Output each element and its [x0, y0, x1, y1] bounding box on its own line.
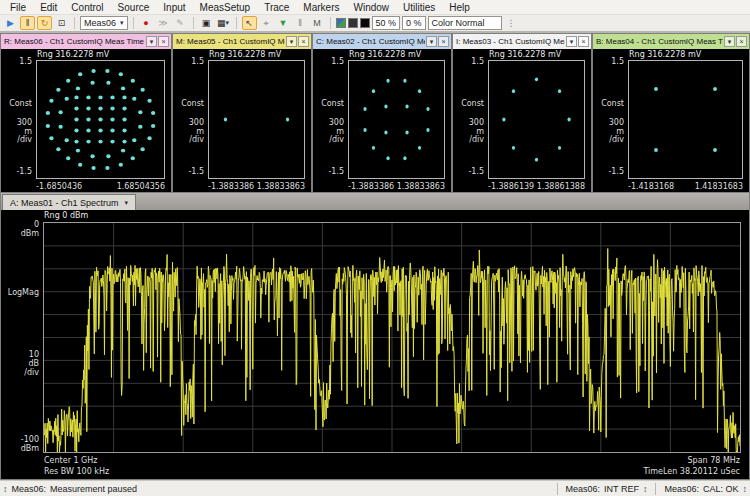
meas-window-meas06: R: Meas06 - Ch1 CustomIQ Meas Time ▾ × R…: [0, 33, 172, 193]
pointer-tool-icon[interactable]: ↖: [242, 16, 257, 30]
spectrum-plot[interactable]: [43, 222, 741, 453]
spectrum-tab-title: A: Meas01 - Ch1 Spectrum: [10, 198, 119, 208]
constellation-plot-area: Rng 316.2278 mV 1.5 Const 300 m /div -1.…: [453, 49, 591, 192]
y-axis-title: Const: [1, 99, 32, 108]
menu-edit[interactable]: Edit: [33, 0, 64, 15]
constellation-canvas[interactable]: [349, 61, 444, 178]
scale-per-div: /div: [173, 136, 204, 145]
menu-control[interactable]: Control: [64, 0, 110, 15]
toolbar-separator: [236, 17, 237, 29]
constellation-canvas[interactable]: [489, 61, 584, 178]
window-close-button[interactable]: ×: [298, 36, 309, 47]
measurement-select-value: Meas06: [84, 18, 116, 28]
menu-source[interactable]: Source: [111, 0, 157, 15]
y-min-value: -100: [1, 435, 39, 444]
scale-per-div: /div: [1, 136, 32, 145]
constellation-plot[interactable]: [628, 60, 743, 179]
window-menu-button[interactable]: ▾: [724, 36, 735, 47]
status-spinner-icon[interactable]: ↕: [643, 484, 648, 494]
play-icon[interactable]: ▶: [3, 16, 18, 30]
range-label: Rng 316.2278 mV: [37, 50, 109, 59]
y-axis-title: Const: [453, 99, 484, 108]
window-layout-icon[interactable]: ▦▾: [216, 16, 231, 30]
spectrum-tab[interactable]: A: Meas01 - Ch1 Spectrum ▾: [2, 194, 136, 210]
menu-window[interactable]: Window: [346, 0, 396, 15]
peak-search-icon[interactable]: ▼: [276, 16, 291, 30]
menu-file[interactable]: File: [3, 0, 33, 15]
status-meas-label: Meas06:: [12, 484, 47, 494]
constellation-canvas[interactable]: [37, 61, 164, 178]
window-close-button[interactable]: ×: [736, 36, 747, 47]
scale-per-div: /div: [313, 136, 344, 145]
constellation-plot[interactable]: [208, 60, 305, 179]
constellation-canvas[interactable]: [209, 61, 304, 178]
x-axis-min-label: -1.3883386: [208, 182, 254, 191]
single-acquisition-icon[interactable]: ⊡: [54, 16, 69, 30]
status-spinner-icon[interactable]: ↕: [743, 484, 748, 494]
menu-meassetup[interactable]: MeasSetup: [193, 0, 258, 15]
trace-style-swatch-1[interactable]: [336, 18, 346, 28]
window-titlebar[interactable]: M: Meas05 - Ch1 CustomIQ Meas Time ▾ ×: [173, 34, 311, 49]
window-titlebar[interactable]: C: Meas02 - Ch1 CustomIQ Meas Time ▾ ×: [313, 34, 451, 49]
x-axis-max-label: 1.38833863: [257, 182, 305, 191]
menu-utilities[interactable]: Utilities: [396, 0, 442, 15]
constellation-plot[interactable]: [36, 60, 165, 179]
status-spinner-icon[interactable]: ↕: [3, 484, 8, 494]
window-menu-button[interactable]: ▾: [286, 36, 297, 47]
menu-bar: File Edit Control Source Input MeasSetup…: [0, 0, 750, 15]
window-close-button[interactable]: ×: [578, 36, 589, 47]
measure-tool-icon[interactable]: ⌖: [259, 16, 274, 30]
color-mode-dropdown[interactable]: Color Normal: [428, 16, 502, 30]
window-title: R: Meas06 - Ch1 CustomIQ Meas Time: [4, 37, 145, 46]
pause-icon[interactable]: ‖: [20, 16, 35, 30]
status-divider: [655, 483, 656, 495]
x-axis-max-label: 1.68504356: [117, 182, 165, 191]
window-close-button[interactable]: ×: [158, 36, 169, 47]
autoscale-icon[interactable]: ▣: [199, 16, 214, 30]
chevron-down-icon: ▾: [226, 19, 230, 27]
y-axis-min-label: -1.5: [1, 167, 32, 176]
window-menu-button[interactable]: ▾: [566, 36, 577, 47]
res-bw-label: Res BW 100 kHz: [44, 467, 109, 478]
window-titlebar[interactable]: B: Meas04 - Ch1 CustomIQ Meas Time ▾ ×: [593, 34, 749, 49]
restart-icon[interactable]: ↻: [37, 16, 52, 30]
replay-icon[interactable]: ≫: [156, 16, 171, 30]
y-axis-max-label: 1.5: [1, 57, 32, 66]
trace-style-swatch-2[interactable]: [348, 18, 358, 28]
window-title: I: Meas03 - Ch1 CustomIQ Meas Time: [456, 37, 565, 46]
menu-trace[interactable]: Trace: [257, 0, 296, 15]
constellation-plot[interactable]: [488, 60, 585, 179]
status-cal-value: CAL: OK: [703, 484, 739, 494]
annotate-icon[interactable]: ✎: [173, 16, 188, 30]
transparency-percent-field[interactable]: 50 %: [372, 16, 401, 30]
marker-hold-icon[interactable]: ‖: [293, 16, 308, 30]
window-close-button[interactable]: ×: [438, 36, 449, 47]
meas-window-meas04: B: Meas04 - Ch1 CustomIQ Meas Time ▾ × R…: [592, 33, 750, 193]
grid-icon: ▦: [217, 18, 226, 28]
status-left: ↕ Meas06: Measurement paused: [3, 484, 553, 494]
toolbar-separator: [74, 17, 75, 29]
menu-help[interactable]: Help: [442, 0, 477, 15]
scale-per-div: /div: [593, 136, 624, 145]
opacity-percent-field[interactable]: 0 %: [402, 16, 426, 30]
y-axis-max-label: 1.5: [313, 57, 344, 66]
window-titlebar[interactable]: I: Meas03 - Ch1 CustomIQ Meas Time ▾ ×: [453, 34, 591, 49]
measurement-select-dropdown[interactable]: Meas06 ▾: [80, 16, 128, 30]
record-icon[interactable]: ●: [139, 16, 154, 30]
status-divider: [557, 483, 558, 495]
marker-icon[interactable]: M: [310, 16, 325, 30]
menu-markers[interactable]: Markers: [296, 0, 346, 15]
window-menu-button[interactable]: ▾: [146, 36, 157, 47]
constellation-plot-area: Rng 316.2278 mV 1.5 Const 300 m /div -1.…: [593, 49, 749, 192]
constellation-plot[interactable]: [348, 60, 445, 179]
scale-type-label: LogMag: [1, 288, 39, 297]
menu-input[interactable]: Input: [156, 0, 192, 15]
y-axis-scale-label: 10 dB /div: [1, 350, 39, 377]
constellation-canvas[interactable]: [629, 61, 742, 178]
window-titlebar[interactable]: R: Meas06 - Ch1 CustomIQ Meas Time ▾ ×: [1, 34, 171, 49]
center-frequency-label: Center 1 GHz: [44, 456, 109, 467]
spectrum-canvas[interactable]: [44, 223, 740, 452]
trace-style-swatch-3[interactable]: [360, 18, 370, 28]
toolbar-overflow-icon[interactable]: ⋮: [504, 16, 519, 30]
window-menu-button[interactable]: ▾: [426, 36, 437, 47]
